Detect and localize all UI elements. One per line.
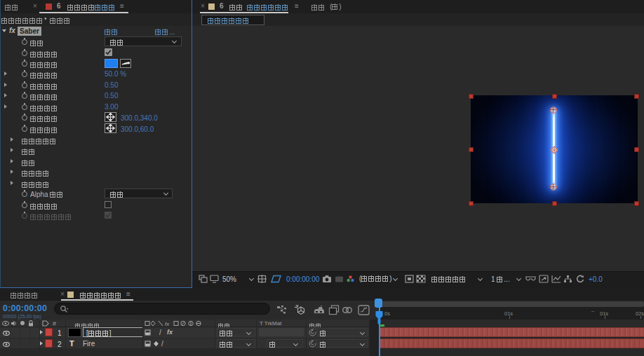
svg-text:fx: fx [165,321,170,327]
